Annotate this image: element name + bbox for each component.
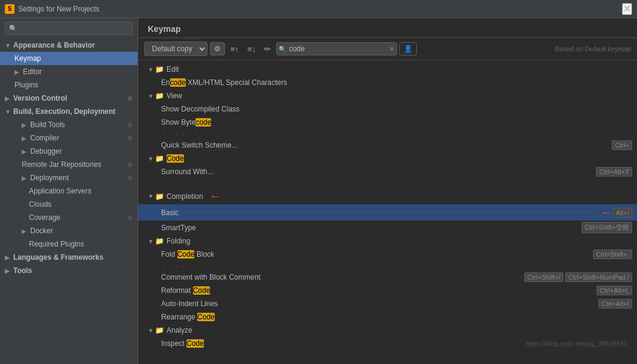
section-label: Edit — [166, 65, 179, 74]
sidebar-item-label: Build Tools — [30, 121, 65, 129]
expand-icon: ▶ — [22, 122, 28, 128]
expand-icon: ▼ — [148, 238, 155, 245]
expand-icon: ▶ — [5, 254, 11, 261]
sidebar-item-required-plugins[interactable]: Required Plugins — [0, 237, 138, 251]
sidebar-search[interactable]: 🔍 — [5, 22, 133, 35]
tree-item-surround-with[interactable]: Surround With... Ctrl+Alt+T — [138, 165, 637, 178]
sidebar-item-keymap[interactable]: Keymap — [0, 52, 138, 65]
tree-item-quick-switch[interactable]: Quick Switch Scheme... Ctrl+ — [138, 139, 637, 152]
tree-item-show-decompiled[interactable]: Show Decompiled Class — [138, 102, 637, 116]
sidebar-item-debugger[interactable]: ▶ Debugger — [0, 145, 138, 158]
sidebar-search-input[interactable] — [20, 24, 128, 33]
expand-icon: ▶ — [5, 268, 11, 274]
url-text: https://blog.csdn.net/qq_39816581 — [525, 340, 627, 347]
expand-icon: ▼ — [148, 155, 155, 162]
item-label: Reformat Code — [161, 286, 210, 295]
sidebar-item-editor[interactable]: ▶ Editor — [0, 65, 138, 78]
item-label: Fold Code Block — [161, 250, 214, 259]
section-label: Folding — [166, 237, 190, 245]
tree-section-analyze[interactable]: ▼ 📁 Analyze — [138, 324, 637, 337]
tree-section-code[interactable]: ▼ 📁 Code — [138, 152, 637, 165]
sidebar-item-tools[interactable]: ▶ Tools — [0, 264, 138, 277]
sidebar-item-docker[interactable]: ▶ Docker — [0, 224, 138, 237]
sidebar-item-languages[interactable]: ▶ Languages & Frameworks — [0, 251, 138, 264]
settings-icon: ⚙ — [127, 162, 133, 168]
tree-item-show-bytecode[interactable]: Show Bytecode — [138, 116, 637, 129]
sidebar: 🔍 ▼ Appearance & Behavior Keymap ▶ Edito… — [0, 18, 138, 364]
sidebar-item-label: Build, Execution, Deployment — [13, 107, 115, 116]
sidebar-item-plugins[interactable]: Plugins — [0, 78, 138, 92]
red-arrow-right: ← — [601, 206, 613, 219]
item-label: Quick Switch Scheme... — [161, 141, 238, 149]
item-label: Basic — [161, 209, 179, 217]
main-layout: 🔍 ▼ Appearance & Behavior Keymap ▶ Edito… — [0, 18, 637, 364]
sidebar-item-coverage[interactable]: Coverage ⚙ — [0, 211, 138, 224]
tree-item-reformat-code[interactable]: Reformat Code Ctrl+Alt+L — [138, 284, 637, 297]
sidebar-item-label: Debugger — [30, 147, 62, 155]
search-icon: 🔍 — [9, 25, 17, 33]
shortcut-badge: Ctrl+Shift+空格 — [582, 222, 632, 233]
settings-icon: ⚙ — [127, 95, 133, 102]
sidebar-item-label: Version Control — [13, 94, 67, 102]
tree-item-rearrange-code[interactable]: Rearrange Code — [138, 310, 637, 324]
content-toolbar: Default copy ⚙ ≡↑ ≡↓ ✏ ✕ 👤 Based on Defa… — [138, 38, 637, 60]
section-label: Completion — [166, 192, 203, 201]
shortcut-badge: Alt+/ — [613, 208, 632, 218]
person-button[interactable]: 👤 — [399, 42, 417, 55]
item-label: Surround With... — [161, 168, 214, 176]
keymap-select[interactable]: Default copy — [144, 42, 208, 56]
shortcut-badge: Ctrl+ — [612, 140, 632, 150]
sidebar-item-version-control[interactable]: ▶ Version Control ⚙ — [0, 92, 138, 105]
shortcut-badge: Ctrl+Shift+NumPad / — [565, 272, 632, 282]
close-button[interactable]: ✕ — [622, 3, 632, 15]
tree-item-basic[interactable]: Basic ← Alt+/ — [138, 204, 637, 221]
sort-up-button[interactable]: ≡↑ — [227, 43, 242, 55]
sidebar-item-app-servers[interactable]: Application Servers — [0, 184, 138, 198]
expand-icon: ▼ — [148, 93, 155, 99]
sidebar-item-appearance[interactable]: ▼ Appearance & Behavior — [0, 39, 138, 52]
folder-icon: 📁 — [155, 237, 164, 245]
sidebar-item-label: Plugins — [14, 81, 38, 89]
window-title: Settings for New Projects — [18, 5, 100, 13]
sidebar-item-label: Docker — [30, 227, 53, 235]
tree-item-auto-indent[interactable]: Auto-Indent Lines Ctrl+Alt+I — [138, 297, 637, 310]
expand-icon: ▼ — [148, 327, 155, 334]
tree-section-edit[interactable]: ▼ 📁 Edit — [138, 63, 637, 76]
tree-item-inspect-code[interactable]: Inspect Code https://blog.csdn.net/qq_39… — [138, 337, 637, 350]
sidebar-item-compiler[interactable]: ▶ Compiler ⚙ — [0, 131, 138, 145]
edit-button[interactable]: ✏ — [261, 43, 274, 55]
content-header: Keymap — [138, 18, 637, 38]
sidebar-item-label: Languages & Frameworks — [13, 253, 103, 262]
item-label: SmartType — [161, 224, 196, 232]
sidebar-item-label: Application Servers — [29, 187, 91, 195]
sidebar-item-deployment[interactable]: ▶ Deployment ⚙ — [0, 171, 138, 184]
folder-icon: 📁 — [155, 154, 164, 163]
tree-item-smarttype[interactable]: SmartType Ctrl+Shift+空格 — [138, 221, 637, 234]
shortcut-group: Ctrl+Shift+/ Ctrl+Shift+NumPad / — [524, 272, 632, 282]
sort-down-button[interactable]: ≡↓ — [244, 43, 259, 55]
section-label: Code — [166, 154, 184, 163]
sidebar-item-build-exec[interactable]: ▼ Build, Execution, Deployment — [0, 105, 138, 118]
tree-item-encode-xml[interactable]: Encode XML/HTML Special Characters — [138, 76, 637, 89]
sidebar-tree: ▼ Appearance & Behavior Keymap ▶ Editor … — [0, 39, 138, 364]
tree-item-comment-block[interactable]: Comment with Block Comment Ctrl+Shift+/ … — [138, 271, 637, 284]
keymap-search-input[interactable] — [276, 42, 397, 55]
item-label: Encode XML/HTML Special Characters — [161, 78, 287, 87]
expand-icon: ▼ — [148, 66, 155, 73]
search-wrap: ✕ — [276, 42, 397, 55]
clear-search-button[interactable]: ✕ — [389, 45, 395, 53]
gear-button[interactable]: ⚙ — [210, 42, 225, 55]
expand-icon: ▶ — [22, 228, 28, 234]
tree-section-completion[interactable]: ▼ 📁 Completion ← — [138, 188, 637, 204]
sidebar-item-label: Remote Jar Repositories — [22, 160, 101, 169]
sidebar-item-label: Required Plugins — [29, 240, 84, 248]
tree-section-view[interactable]: ▼ 📁 View — [138, 89, 637, 102]
sidebar-item-remote-jar[interactable]: Remote Jar Repositories ⚙ — [0, 158, 138, 171]
sidebar-item-clouds[interactable]: Clouds — [0, 198, 138, 211]
sidebar-item-build-tools[interactable]: ▶ Build Tools ⚙ — [0, 118, 138, 131]
app-icon: S — [5, 4, 14, 14]
folder-icon: 📁 — [155, 192, 164, 201]
section-label: Analyze — [166, 326, 192, 334]
tree-section-folding[interactable]: ▼ 📁 Folding — [138, 234, 637, 248]
tree-item-fold-code[interactable]: Fold Code Block Ctrl+Shift+. — [138, 248, 637, 261]
